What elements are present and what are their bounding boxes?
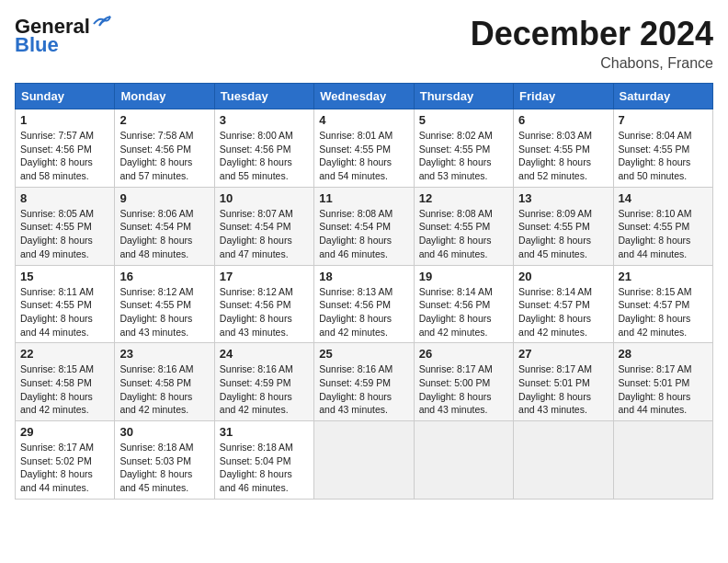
- calendar-cell: [613, 421, 712, 500]
- calendar-cell: 31 Sunrise: 8:18 AM Sunset: 5:04 PM Dayl…: [214, 421, 313, 500]
- daylight-line2: and 47 minutes.: [220, 247, 309, 261]
- sunrise-text: Sunrise: 8:18 AM: [220, 441, 309, 454]
- daylight-line2: and 43 minutes.: [319, 403, 408, 417]
- daylight-line1: Daylight: 8 hours: [419, 312, 508, 326]
- sunrise-text: Sunrise: 8:05 AM: [20, 207, 109, 221]
- day-number: 31: [220, 425, 309, 439]
- calendar-cell: 8 Sunrise: 8:05 AM Sunset: 4:55 PM Dayli…: [16, 187, 115, 265]
- daylight-line1: Daylight: 8 hours: [419, 390, 508, 404]
- calendar-cell: 11 Sunrise: 8:08 AM Sunset: 4:54 PM Dayl…: [314, 187, 414, 265]
- day-number: 12: [419, 191, 508, 205]
- daylight-line1: Daylight: 8 hours: [119, 390, 209, 404]
- day-number: 24: [220, 347, 309, 361]
- daylight-line2: and 46 minutes.: [220, 481, 309, 495]
- day-number: 26: [419, 347, 508, 361]
- daylight-line1: Daylight: 8 hours: [319, 234, 408, 247]
- daylight-line2: and 43 minutes.: [419, 403, 508, 417]
- week-row-2: 8 Sunrise: 8:05 AM Sunset: 4:55 PM Dayli…: [16, 187, 713, 265]
- sunset-text: Sunset: 4:58 PM: [119, 376, 209, 390]
- calendar-cell: 17 Sunrise: 8:12 AM Sunset: 4:56 PM Dayl…: [214, 265, 313, 343]
- sunrise-text: Sunrise: 8:15 AM: [20, 362, 109, 376]
- daylight-line2: and 52 minutes.: [518, 169, 608, 183]
- calendar-cell: 4 Sunrise: 8:01 AM Sunset: 4:55 PM Dayli…: [314, 109, 414, 188]
- logo-bird-icon: [92, 15, 112, 31]
- logo: General Blue: [15, 15, 112, 57]
- daylight-line2: and 53 minutes.: [419, 169, 508, 183]
- daylight-line1: Daylight: 8 hours: [20, 155, 109, 169]
- sunset-text: Sunset: 5:03 PM: [119, 454, 209, 468]
- sunset-text: Sunset: 4:58 PM: [20, 376, 109, 390]
- daylight-line1: Daylight: 8 hours: [119, 312, 209, 326]
- calendar-cell: 10 Sunrise: 8:07 AM Sunset: 4:54 PM Dayl…: [214, 187, 313, 265]
- calendar-cell: [514, 421, 613, 500]
- daylight-line1: Daylight: 8 hours: [20, 390, 109, 404]
- sunrise-text: Sunrise: 8:17 AM: [419, 362, 508, 376]
- sunrise-text: Sunrise: 8:12 AM: [220, 285, 309, 299]
- day-number: 6: [518, 113, 608, 127]
- sunrise-text: Sunrise: 8:01 AM: [319, 129, 408, 143]
- day-number: 21: [619, 270, 708, 283]
- sunrise-text: Sunrise: 8:16 AM: [119, 362, 209, 376]
- daylight-line1: Daylight: 8 hours: [319, 312, 408, 326]
- month-title: December 2024: [471, 15, 713, 53]
- daylight-line1: Daylight: 8 hours: [220, 155, 309, 169]
- daylight-line2: and 43 minutes.: [220, 326, 309, 339]
- sunset-text: Sunset: 5:02 PM: [20, 454, 109, 468]
- calendar-cell: 20 Sunrise: 8:14 AM Sunset: 4:57 PM Dayl…: [514, 265, 613, 343]
- calendar-cell: 24 Sunrise: 8:16 AM Sunset: 4:59 PM Dayl…: [214, 343, 313, 421]
- col-friday: Friday: [514, 84, 613, 109]
- calendar-table: Sunday Monday Tuesday Wednesday Thursday…: [15, 83, 713, 500]
- col-thursday: Thursday: [414, 84, 513, 109]
- sunset-text: Sunset: 5:04 PM: [220, 454, 309, 468]
- sunset-text: Sunset: 4:57 PM: [518, 298, 608, 312]
- day-number: 22: [20, 347, 109, 361]
- daylight-line1: Daylight: 8 hours: [119, 467, 209, 481]
- sunset-text: Sunset: 4:56 PM: [220, 143, 309, 156]
- calendar-cell: 6 Sunrise: 8:03 AM Sunset: 4:55 PM Dayli…: [514, 109, 613, 188]
- daylight-line2: and 44 minutes.: [619, 403, 708, 417]
- sunset-text: Sunset: 4:55 PM: [518, 143, 608, 156]
- day-number: 5: [419, 113, 508, 127]
- calendar-cell: 3 Sunrise: 8:00 AM Sunset: 4:56 PM Dayli…: [214, 109, 313, 188]
- calendar-cell: 30 Sunrise: 8:18 AM Sunset: 5:03 PM Dayl…: [115, 421, 214, 500]
- sunset-text: Sunset: 4:56 PM: [220, 298, 309, 312]
- sunrise-text: Sunrise: 8:16 AM: [319, 362, 408, 376]
- week-row-5: 29 Sunrise: 8:17 AM Sunset: 5:02 PM Dayl…: [16, 421, 713, 500]
- week-row-4: 22 Sunrise: 8:15 AM Sunset: 4:58 PM Dayl…: [16, 343, 713, 421]
- daylight-line1: Daylight: 8 hours: [20, 312, 109, 326]
- week-row-3: 15 Sunrise: 8:11 AM Sunset: 4:55 PM Dayl…: [16, 265, 713, 343]
- sunset-text: Sunset: 4:55 PM: [419, 220, 508, 234]
- daylight-line1: Daylight: 8 hours: [619, 390, 708, 404]
- col-tuesday: Tuesday: [214, 84, 313, 109]
- daylight-line2: and 54 minutes.: [319, 169, 408, 183]
- sunrise-text: Sunrise: 8:12 AM: [119, 285, 209, 299]
- calendar-cell: 15 Sunrise: 8:11 AM Sunset: 4:55 PM Dayl…: [16, 265, 115, 343]
- daylight-line2: and 43 minutes.: [518, 403, 608, 417]
- calendar-cell: 2 Sunrise: 7:58 AM Sunset: 4:56 PM Dayli…: [115, 109, 214, 188]
- sunset-text: Sunset: 4:55 PM: [20, 298, 109, 312]
- calendar-cell: 19 Sunrise: 8:14 AM Sunset: 4:56 PM Dayl…: [414, 265, 513, 343]
- sunrise-text: Sunrise: 8:04 AM: [619, 129, 708, 143]
- day-number: 25: [319, 347, 408, 361]
- calendar-cell: 29 Sunrise: 8:17 AM Sunset: 5:02 PM Dayl…: [16, 421, 115, 500]
- sunset-text: Sunset: 4:57 PM: [619, 298, 708, 312]
- sunset-text: Sunset: 5:00 PM: [419, 376, 508, 390]
- sunset-text: Sunset: 4:54 PM: [220, 220, 309, 234]
- daylight-line2: and 57 minutes.: [119, 169, 209, 183]
- day-number: 27: [518, 347, 608, 361]
- sunset-text: Sunset: 4:55 PM: [419, 143, 508, 156]
- daylight-line2: and 58 minutes.: [20, 169, 109, 183]
- sunset-text: Sunset: 4:56 PM: [419, 298, 508, 312]
- daylight-line1: Daylight: 8 hours: [619, 234, 708, 247]
- calendar-cell: 7 Sunrise: 8:04 AM Sunset: 4:55 PM Dayli…: [613, 109, 712, 188]
- sunset-text: Sunset: 4:55 PM: [20, 220, 109, 234]
- sunrise-text: Sunrise: 8:09 AM: [518, 207, 608, 221]
- daylight-line1: Daylight: 8 hours: [220, 467, 309, 481]
- sunrise-text: Sunrise: 8:14 AM: [518, 285, 608, 299]
- calendar-cell: [314, 421, 414, 500]
- sunset-text: Sunset: 4:56 PM: [319, 298, 408, 312]
- col-saturday: Saturday: [613, 84, 712, 109]
- calendar-cell: 13 Sunrise: 8:09 AM Sunset: 4:55 PM Dayl…: [514, 187, 613, 265]
- day-number: 17: [220, 270, 309, 283]
- day-number: 13: [518, 191, 608, 205]
